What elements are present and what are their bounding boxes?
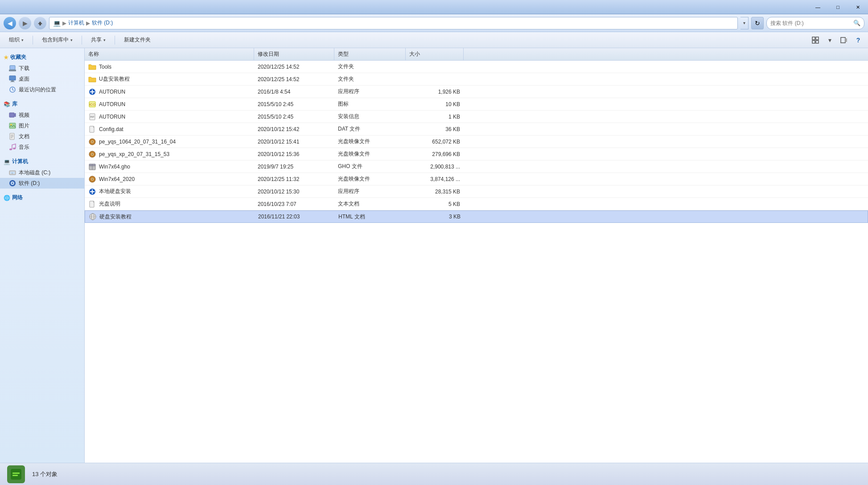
table-row[interactable]: pe_yqs_1064_20_07_31_16_04 2020/10/12 15…: [85, 136, 868, 148]
sidebar-item-downloads[interactable]: 下载: [0, 63, 84, 74]
file-date-cell: 2020/10/12 15:30: [254, 185, 334, 197]
forward-button[interactable]: ▶: [19, 17, 31, 29]
file-icon: [88, 150, 96, 158]
col-header-date[interactable]: 修改日期: [254, 48, 334, 60]
file-size: 1,926 KB: [438, 89, 460, 95]
share-button[interactable]: 共享 ▾: [86, 34, 111, 46]
downloads-label: 下载: [19, 65, 29, 72]
file-date-cell: 2015/5/10 2:45: [254, 98, 334, 110]
file-date-cell: 2016/10/23 7:07: [254, 198, 334, 210]
sidebar-item-recent[interactable]: 最近访问的位置: [0, 84, 84, 95]
table-row[interactable]: Tools 2020/12/25 14:52 文件夹: [85, 61, 868, 73]
sidebar-section-computer: 💻 计算机 C: 本地磁盘 (C:) 软件 (D:): [0, 156, 84, 189]
music-icon: [9, 144, 16, 151]
sidebar-item-desktop[interactable]: 桌面: [0, 74, 84, 84]
file-size-cell: 10 KB: [406, 98, 464, 110]
table-row[interactable]: 光盘说明 2016/10/23 7:07 文本文档 5 KB: [85, 198, 868, 210]
toolbar-separator-3: [115, 36, 115, 45]
col-header-size[interactable]: 大小: [406, 48, 464, 60]
svg-rect-4: [841, 37, 845, 43]
table-row[interactable]: 硬盘安装教程 2016/11/21 22:03 HTML 文档 3 KB: [85, 210, 868, 223]
sidebar-header-network[interactable]: 🌐 网络: [0, 192, 84, 203]
file-date: 2020/12/25 14:52: [258, 64, 299, 70]
table-row[interactable]: INF AUTORUN 2015/5/10 2:45 安装信息 1 KB: [85, 111, 868, 123]
file-type-cell: 光盘映像文件: [334, 136, 406, 148]
col-header-name[interactable]: 名称: [85, 48, 254, 60]
file-name-cell: 本地硬盘安装: [85, 185, 254, 197]
help-button[interactable]: ?: [852, 34, 864, 46]
file-date-cell: 2020/12/25 14:52: [254, 61, 334, 73]
search-input[interactable]: [770, 20, 852, 26]
breadcrumb-computer[interactable]: 计算机: [68, 19, 84, 27]
view-arrow-button[interactable]: ▾: [823, 34, 836, 46]
table-row[interactable]: Win7x64.gho 2019/9/7 19:25 GHO 文件 2,900,…: [85, 160, 868, 173]
table-row[interactable]: U盘安装教程 2020/12/25 14:52 文件夹: [85, 73, 868, 86]
breadcrumb-drive[interactable]: 软件 (D:): [92, 19, 113, 27]
file-type-cell: 文本文档: [334, 198, 406, 210]
file-list: 名称 修改日期 类型 大小 Tools 2020/12/25 14:52 文件夹: [85, 48, 868, 463]
file-size-cell: 652,072 KB: [406, 136, 464, 148]
organize-button[interactable]: 组织 ▾: [4, 34, 29, 46]
file-type: HTML 文档: [338, 213, 365, 221]
music-label: 音乐: [19, 144, 29, 151]
table-row[interactable]: ICO AUTORUN 2015/5/10 2:45 图标 10 KB: [85, 98, 868, 111]
file-type: GHO 文件: [338, 163, 362, 170]
view-button[interactable]: [809, 34, 822, 46]
address-dropdown-button[interactable]: ▾: [740, 17, 749, 29]
sidebar-header-favorites[interactable]: ★ 收藏夹: [0, 52, 84, 63]
minimize-button[interactable]: —: [808, 0, 828, 14]
back-button[interactable]: ◀: [4, 17, 16, 29]
sidebar-header-computer[interactable]: 💻 计算机: [0, 156, 84, 167]
file-name-cell: INF AUTORUN: [85, 111, 254, 123]
table-row[interactable]: Config.dat 2020/10/12 15:42 DAT 文件 36 KB: [85, 123, 868, 136]
recent-label: 最近访问的位置: [19, 86, 56, 94]
sidebar-item-music[interactable]: 音乐: [0, 142, 84, 152]
table-row[interactable]: AUTORUN 2016/1/8 4:54 应用程序 1,926 KB: [85, 86, 868, 98]
include-in-lib-button[interactable]: 包含到库中 ▾: [37, 34, 78, 46]
svg-text:INF: INF: [90, 115, 95, 118]
sidebar-section-library: 📚 库 视频 图片 文档: [0, 99, 84, 152]
file-type-cell: 图标: [334, 98, 406, 110]
new-folder-button[interactable]: 新建文件夹: [119, 34, 156, 46]
refresh-button[interactable]: ↻: [751, 17, 764, 29]
table-row[interactable]: pe_yqs_xp_20_07_31_15_53 2020/10/12 15:3…: [85, 148, 868, 160]
table-row[interactable]: 本地硬盘安装 2020/10/12 15:30 应用程序 28,315 KB: [85, 185, 868, 198]
file-date: 2016/11/21 22:03: [258, 214, 300, 220]
file-type-cell: GHO 文件: [334, 160, 406, 173]
sidebar: ★ 收藏夹 下载 桌面 最近访问的位置: [0, 48, 85, 463]
sidebar-item-drive-d[interactable]: 软件 (D:): [0, 178, 84, 189]
sidebar-item-video[interactable]: 视频: [0, 110, 84, 120]
file-type-cell: 文件夹: [334, 73, 406, 85]
sidebar-header-library[interactable]: 📚 库: [0, 99, 84, 110]
file-date: 2019/9/7 19:25: [258, 164, 293, 170]
file-date-cell: 2020/10/12 15:41: [254, 136, 334, 148]
network-icon: 🌐: [4, 195, 10, 201]
file-size-cell: 3 KB: [406, 211, 464, 222]
col-header-type[interactable]: 类型: [334, 48, 406, 60]
svg-rect-5: [845, 38, 847, 42]
file-date-cell: 2020/10/12 15:36: [254, 148, 334, 160]
file-type: 光盘映像文件: [338, 150, 370, 158]
file-name: AUTORUN: [99, 89, 125, 95]
drive-c-icon: C:: [9, 169, 16, 176]
maximize-button[interactable]: □: [828, 0, 848, 14]
file-size-cell: [406, 73, 464, 85]
file-size: 3 KB: [449, 214, 461, 220]
drive-d-icon: [9, 180, 16, 187]
table-row[interactable]: Win7x64_2020 2020/12/25 11:32 光盘映像文件 3,8…: [85, 173, 868, 185]
close-button[interactable]: ✕: [848, 0, 868, 14]
breadcrumb-separator: ▶: [62, 20, 66, 26]
file-name-cell: Config.dat: [85, 123, 254, 135]
sidebar-item-documents[interactable]: 文档: [0, 131, 84, 142]
sidebar-item-pictures[interactable]: 图片: [0, 120, 84, 131]
svg-point-19: [9, 148, 12, 150]
svg-rect-9: [11, 80, 14, 82]
file-type: 应用程序: [338, 88, 359, 95]
file-type-cell: 安装信息: [334, 111, 406, 123]
file-icon: [88, 88, 96, 96]
up-button[interactable]: [34, 17, 46, 29]
sidebar-item-drive-c[interactable]: C: 本地磁盘 (C:): [0, 167, 84, 178]
preview-button[interactable]: [838, 34, 850, 46]
file-name-cell: Win7x64.gho: [85, 160, 254, 173]
file-date-cell: 2016/11/21 22:03: [255, 211, 335, 222]
